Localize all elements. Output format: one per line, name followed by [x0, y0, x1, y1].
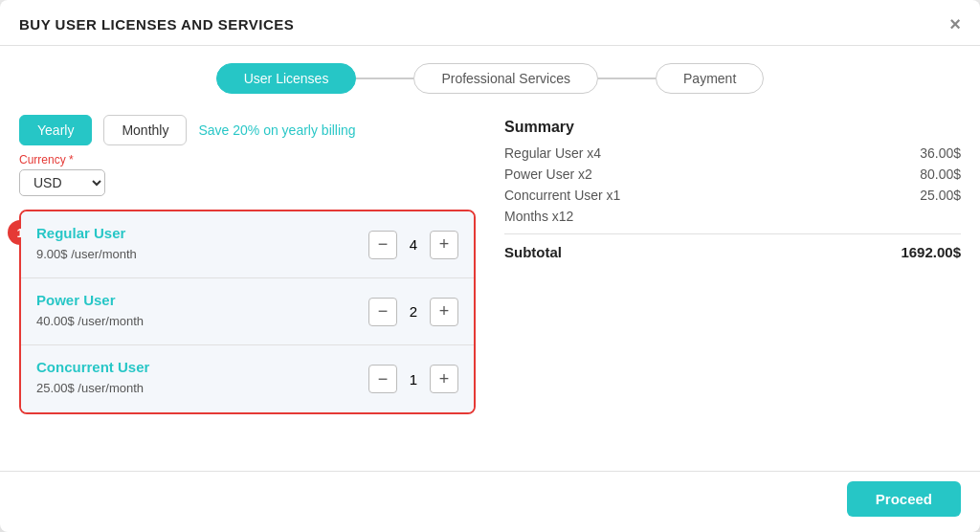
summary-row-0: Regular User x4 36.00$: [504, 145, 961, 161]
increment-regular[interactable]: +: [430, 231, 458, 259]
modal-body: 1 2 3 Yearly Monthly Save 20% on yearly …: [0, 105, 980, 532]
stepper: User Licenses Professional Services Paym…: [0, 46, 980, 105]
summary-row-2: Concurrent User x1 25.00$: [504, 188, 961, 203]
decrement-concurrent[interactable]: −: [368, 365, 397, 393]
step-payment: Payment: [656, 63, 764, 94]
summary-title: Summary: [504, 119, 961, 136]
save-text: Save 20% on yearly billing: [198, 122, 355, 138]
content-area: Yearly Monthly Save 20% on yearly billin…: [0, 105, 980, 471]
quantity-regular: 4: [405, 236, 422, 253]
summary-label-0: Regular User x4: [504, 145, 601, 161]
left-panel: Yearly Monthly Save 20% on yearly billin…: [19, 115, 476, 461]
decrement-power[interactable]: −: [368, 298, 397, 326]
step-user-licenses: User Licenses: [216, 63, 357, 94]
quantity-power: 2: [405, 303, 422, 320]
modal-header: BUY USER LICENSES AND SERVICES ×: [0, 0, 980, 46]
step-label-professional-services[interactable]: Professional Services: [413, 63, 598, 94]
summary-label-2: Concurrent User x1: [504, 188, 620, 203]
proceed-button[interactable]: Proceed: [847, 481, 961, 517]
summary-row-1: Power User x2 80.00$: [504, 166, 961, 182]
step-label-payment[interactable]: Payment: [656, 63, 764, 94]
right-panel: Summary Regular User x4 36.00$ Power Use…: [504, 115, 961, 461]
modal-title: BUY USER LICENSES AND SERVICES: [19, 16, 294, 33]
quantity-concurrent: 1: [405, 371, 422, 388]
step-label-user-licenses[interactable]: User Licenses: [216, 63, 357, 94]
increment-power[interactable]: +: [430, 298, 458, 326]
subtotal-value: 1692.00$: [901, 244, 961, 260]
stepper-row-regular: − 4 +: [368, 231, 458, 259]
stepper-row-power: − 2 +: [368, 298, 458, 326]
modal: BUY USER LICENSES AND SERVICES × User Li…: [0, 0, 980, 532]
step-professional-services: Professional Services: [413, 63, 598, 94]
monthly-button[interactable]: Monthly: [103, 115, 187, 145]
decrement-regular[interactable]: −: [368, 231, 397, 259]
close-button[interactable]: ×: [949, 13, 961, 35]
summary-divider: [504, 233, 961, 234]
stepper-row-concurrent: − 1 +: [368, 365, 458, 393]
yearly-button[interactable]: Yearly: [19, 115, 92, 145]
summary-value-1: 80.00$: [920, 166, 961, 182]
license-item-concurrent: Concurrent User 25.00$ /user/month − 1 +: [21, 345, 474, 412]
license-item-regular: Regular User 9.00$ /user/month − 4 +: [21, 211, 474, 278]
currency-container: Currency * USD EUR GBP: [19, 153, 476, 196]
currency-select[interactable]: USD EUR GBP: [19, 169, 105, 196]
summary-row-3: Months x12: [504, 209, 961, 224]
subtotal-row: Subtotal 1692.00$: [504, 244, 961, 260]
step-connector-2: [598, 78, 656, 79]
footer: Proceed: [0, 471, 980, 532]
currency-label: Currency *: [19, 153, 476, 166]
summary-value-0: 36.00$: [920, 145, 961, 161]
license-container: Regular User 9.00$ /user/month − 4 + Pow…: [19, 210, 476, 414]
billing-row: Yearly Monthly Save 20% on yearly billin…: [19, 115, 476, 145]
subtotal-label: Subtotal: [504, 244, 562, 260]
summary-label-3: Months x12: [504, 209, 573, 224]
summary-value-2: 25.00$: [920, 188, 961, 203]
increment-concurrent[interactable]: +: [430, 365, 458, 393]
license-item-power: Power User 40.00$ /user/month − 2 +: [21, 278, 474, 345]
step-connector-1: [356, 78, 413, 79]
summary-label-1: Power User x2: [504, 166, 592, 182]
